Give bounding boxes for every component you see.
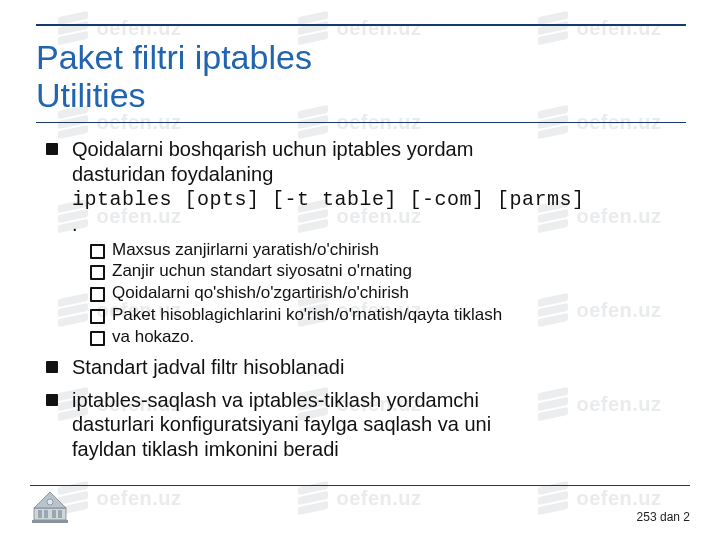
bullet-3: iptables-saqlash va iptables-tiklash yor…	[40, 388, 686, 461]
bullet-2: Standart jadval filtr hisoblanadi	[40, 355, 686, 379]
title-line-1: Paket filtri iptables	[36, 38, 312, 76]
svg-rect-7	[32, 520, 68, 523]
title-rule-top	[36, 24, 686, 26]
crest-icon	[30, 490, 70, 524]
sub-bullet: Qoidalarni qo'shish/o'zgartirish/o'chiri…	[88, 282, 686, 304]
svg-rect-2	[44, 510, 48, 518]
svg-rect-4	[58, 510, 62, 518]
slide-title: Paket filtri iptables Utilities	[36, 38, 686, 114]
sub-bullet: va hokazo.	[88, 326, 686, 348]
code-line: iptables [opts] [-t table] [-com] [parms…	[72, 188, 585, 211]
slide: Paket filtri iptables Utilities Qoidalar…	[0, 0, 720, 540]
sub-bullet: Maxsus zanjirlarni yaratish/o'chirish	[88, 239, 686, 261]
bullet-1: Qoidalarni boshqarish uchun iptables yor…	[40, 137, 686, 347]
title-rule-bottom	[36, 122, 686, 123]
svg-rect-3	[52, 510, 56, 518]
slide-body: Qoidalarni boshqarish uchun iptables yor…	[34, 137, 686, 469]
footer-rule	[30, 485, 690, 486]
sub-bullet: Paket hisoblagichlarini ko'rish/o'rnatis…	[88, 304, 686, 326]
sub-bullet: Zanjir uchun standart siyosatni o'rnatin…	[88, 260, 686, 282]
title-line-2: Utilities	[36, 76, 146, 114]
svg-rect-1	[38, 510, 42, 518]
page-number: 253 dan 2	[637, 510, 690, 524]
svg-point-6	[47, 499, 53, 505]
